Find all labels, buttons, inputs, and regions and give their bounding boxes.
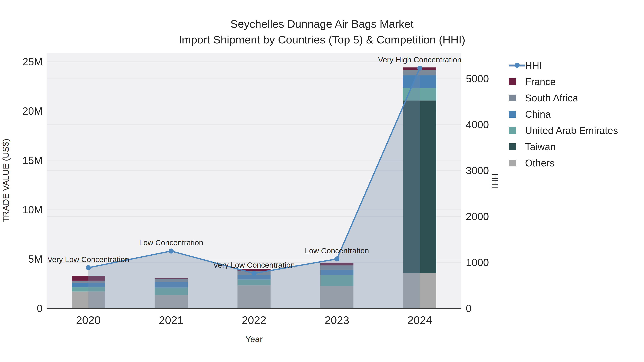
hhi-marker — [252, 271, 256, 276]
y-left-tick-label: 15M — [22, 154, 42, 166]
legend-item-taiwan[interactable]: Taiwan — [509, 139, 618, 155]
y-right-tick-label: 2000 — [466, 211, 489, 222]
annotation-label: Very Low Concentration — [48, 255, 129, 264]
legend-item-others[interactable]: Others — [509, 155, 618, 171]
legend-swatch-united-arab-emirates — [509, 127, 516, 134]
hhi-marker — [169, 249, 174, 254]
legend-item-france[interactable]: France — [509, 73, 618, 90]
x-tick-label: 2021 — [159, 314, 184, 326]
legend-swatch-south-africa — [509, 95, 516, 101]
legend-label: HHI — [525, 60, 542, 71]
legend-item-hhi[interactable]: HHI — [509, 57, 618, 73]
legend-label: China — [525, 108, 551, 120]
y-left-tick-label: 10M — [22, 204, 42, 215]
legend-label: United Arab Emirates — [525, 125, 618, 136]
y-right-tick-label: 4000 — [466, 119, 489, 130]
y-right-tick-label: 3000 — [466, 165, 489, 176]
x-tick-label: 2020 — [76, 314, 101, 326]
legend-label: South Africa — [525, 92, 578, 104]
legend-hhi-line-swatch — [509, 62, 526, 69]
annotation-label: Low Concentration — [305, 246, 369, 255]
legend-item-united-arab-emirates[interactable]: United Arab Emirates — [509, 122, 618, 139]
y-right-tick-label: 5000 — [466, 73, 489, 84]
y-axis-left-title: TRADE VALUE (US$) — [1, 139, 11, 223]
y-right-tick-label: 1000 — [466, 257, 489, 268]
hhi-marker — [334, 257, 339, 262]
y-left-tick-label: 25M — [22, 56, 42, 67]
x-tick-label: 2022 — [242, 314, 266, 326]
annotation-label: Low Concentration — [139, 238, 204, 247]
plot-area-svg: 05M10M15M20M25M0100020003000400050002020… — [0, 0, 644, 362]
legend-label: Taiwan — [525, 141, 556, 152]
chart-canvas: Seychelles Dunnage Air Bags Market Impor… — [0, 0, 644, 362]
legend-label: Others — [525, 157, 554, 169]
legend-swatch-taiwan — [509, 143, 516, 150]
annotation-label: Very High Concentration — [378, 55, 461, 64]
y-right-tick-label: 0 — [466, 303, 472, 314]
legend-swatch-others — [509, 160, 516, 166]
legend-swatch-france — [509, 78, 516, 85]
x-axis-title: Year — [246, 334, 263, 344]
hhi-marker — [86, 265, 91, 270]
hhi-marker — [417, 66, 422, 71]
y-left-tick-label: 5M — [28, 253, 42, 265]
y-left-tick-label: 0 — [37, 303, 42, 314]
legend-label: France — [525, 76, 556, 87]
legend-item-south-africa[interactable]: South Africa — [509, 90, 618, 106]
annotation-label: Very Low Concentration — [213, 261, 295, 269]
y-left-tick-label: 20M — [22, 105, 42, 117]
y-axis-right-title: HHI — [490, 174, 500, 188]
legend-swatch-china — [509, 111, 516, 118]
legend: HHIFranceSouth AfricaChinaUnited Arab Em… — [509, 57, 618, 171]
x-tick-label: 2023 — [324, 314, 349, 326]
x-tick-label: 2024 — [407, 314, 432, 326]
legend-hhi-marker-dot — [515, 63, 520, 68]
legend-item-china[interactable]: China — [509, 106, 618, 122]
